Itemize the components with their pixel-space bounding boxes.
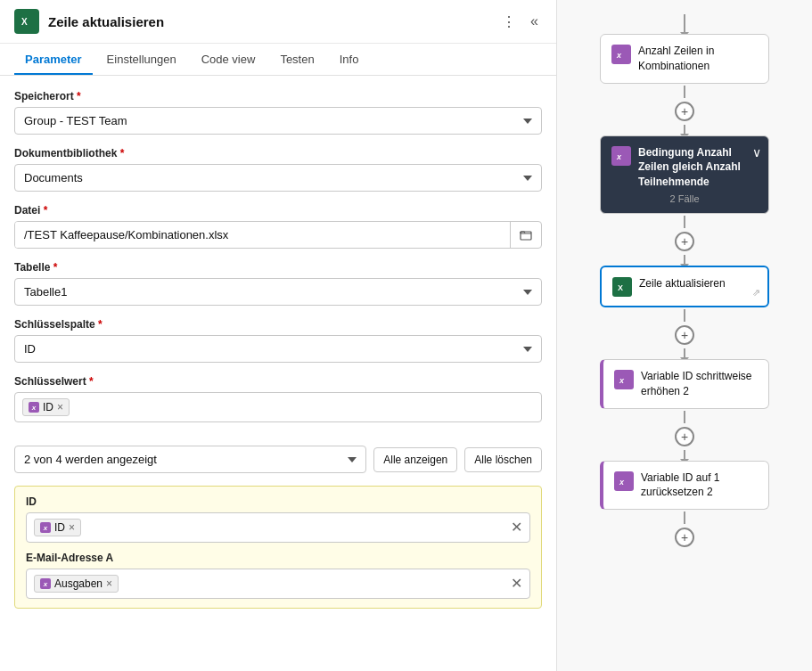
tabs-bar: Parameter Einstellungen Code view Testen… — [0, 44, 556, 76]
advanced-params-row: 2 von 4 werden angezeigt Alle anzeigen A… — [14, 446, 542, 473]
yellow-id-label: ID — [26, 495, 530, 508]
node-anzahl-zeilen-icon: x — [611, 45, 631, 64]
schlüsselspalte-label: Schlüsselspalte * — [14, 318, 542, 331]
alle-anzeigen-button[interactable]: Alle anzeigen — [373, 447, 457, 472]
connector-4 — [684, 411, 685, 423]
connector-2b — [684, 255, 685, 264]
yellow-id-clear-button[interactable]: ✕ — [511, 520, 522, 535]
tab-testen[interactable]: Testen — [269, 44, 324, 75]
header-actions: ⋮ « — [498, 12, 542, 32]
file-browse-button[interactable] — [510, 222, 541, 248]
node-bedingung-text: Bedingung Anzahl Zeilen gleich Anzahl Te… — [638, 145, 758, 190]
advanced-params-select[interactable]: 2 von 4 werden angezeigt — [14, 446, 366, 473]
schlüsselwert-label: Schlüsselwert * — [14, 375, 542, 388]
connector-3b — [684, 348, 685, 357]
node-bedingung-icon: x — [611, 146, 631, 166]
tab-codeview[interactable]: Code view — [191, 44, 267, 75]
node-bedingung-faelle: 2 Fälle — [611, 193, 758, 204]
form-content: Speicherort * Group - TEST Team Dokument… — [0, 76, 556, 671]
node-variable-zurueck[interactable]: x Variable ID auf 1 zurücksetzen 2 — [600, 461, 769, 511]
schlüsselwert-group: Schlüsselwert * x ID × — [14, 375, 542, 422]
add-btn-3[interactable]: + — [675, 325, 694, 345]
add-btn-2[interactable]: + — [675, 232, 694, 251]
svg-text:X: X — [21, 17, 28, 27]
tabelle-select[interactable]: Tabelle1 — [14, 278, 542, 306]
tab-einstellungen[interactable]: Einstellungen — [96, 44, 187, 75]
right-panel: x Anzahl Zeilen in Kombinationen + x Bed… — [557, 0, 812, 671]
schlüsselwert-tag-remove[interactable]: × — [57, 402, 63, 413]
node-zeile-icon: X — [612, 277, 632, 297]
datei-group: Datei * — [14, 204, 542, 249]
top-connector — [684, 14, 685, 32]
dokumentbibliothek-group: Dokumentbibliothek * Documents — [14, 147, 542, 192]
connector-4b — [684, 450, 685, 459]
tab-info[interactable]: Info — [329, 44, 370, 75]
yellow-id-tag: x ID × — [34, 519, 81, 536]
tabelle-group: Tabelle * Tabelle1 — [14, 261, 542, 306]
node-variable-zurueck-header: x Variable ID auf 1 zurücksetzen 2 — [614, 471, 758, 501]
svg-text:x: x — [616, 152, 622, 161]
left-panel: X Zeile aktualisieren ⋮ « Parameter Eins… — [0, 0, 557, 671]
yellow-id-tag-remove[interactable]: × — [69, 522, 75, 533]
yellow-email-tag-icon: x — [40, 578, 51, 589]
datei-input-wrapper — [14, 221, 542, 249]
yellow-id-field: ID x ID × ✕ — [26, 495, 530, 543]
schlüsselwert-tag: x ID × — [22, 398, 70, 416]
yellow-email-field: E-Mail-Adresse A x Ausgaben × ✕ — [26, 552, 530, 599]
alle-loeschen-button[interactable]: Alle löschen — [464, 447, 542, 472]
node-zeile-text: Zeile aktualisieren — [639, 276, 726, 291]
speicherort-label: Speicherort * — [14, 90, 542, 102]
node-bedingung-header: x Bedingung Anzahl Zeilen gleich Anzahl … — [611, 145, 758, 190]
node-bedingung-chevron[interactable]: ∨ — [752, 145, 761, 160]
datei-label: Datei * — [14, 204, 542, 217]
tag-variable-icon: x — [29, 402, 39, 413]
add-btn-4[interactable]: + — [675, 427, 694, 446]
node-zeile-link-icon: ⇗ — [752, 287, 760, 299]
tabelle-label: Tabelle * — [14, 261, 542, 274]
connector-2 — [684, 216, 685, 228]
yellow-id-tag-icon: x — [40, 522, 51, 533]
speicherort-select[interactable]: Group - TEST Team — [14, 107, 542, 135]
connector-5 — [684, 511, 685, 524]
svg-text:X: X — [618, 283, 623, 292]
connector-3 — [684, 309, 685, 322]
yellow-email-tag-input[interactable]: x Ausgaben × ✕ — [26, 569, 530, 599]
panel-title: Zeile aktualisieren — [48, 14, 489, 29]
speicherort-group: Speicherort * Group - TEST Team — [14, 90, 542, 135]
yellow-fields-section: ID x ID × ✕ E-Mail-Adresse A x Ausgaben — [14, 486, 542, 609]
flow-container: x Anzahl Zeilen in Kombinationen + x Bed… — [568, 14, 801, 551]
svg-text:x: x — [619, 478, 625, 487]
node-bedingung[interactable]: x Bedingung Anzahl Zeilen gleich Anzahl … — [600, 135, 769, 214]
datei-input[interactable] — [15, 222, 510, 248]
more-options-button[interactable]: ⋮ — [498, 12, 520, 32]
node-variable-erhoehen-text: Variable ID schrittweise erhöhen 2 — [641, 369, 758, 399]
yellow-email-tag-remove[interactable]: × — [106, 578, 112, 589]
yellow-email-clear-button[interactable]: ✕ — [511, 577, 522, 591]
node-anzahl-zeilen[interactable]: x Anzahl Zeilen in Kombinationen — [600, 34, 769, 84]
tab-parameter[interactable]: Parameter — [14, 44, 93, 75]
folder-icon — [520, 229, 532, 241]
node-anzahl-zeilen-text: Anzahl Zeilen in Kombinationen — [638, 44, 758, 74]
svg-rect-2 — [521, 232, 531, 240]
panel-header: X Zeile aktualisieren ⋮ « — [0, 0, 556, 44]
node-variable-erhoehen-header: x Variable ID schrittweise erhöhen 2 — [614, 369, 758, 399]
node-zeile-header: X Zeile aktualisieren — [612, 276, 757, 297]
add-btn-5[interactable]: + — [675, 528, 694, 547]
dokumentbibliothek-select[interactable]: Documents — [14, 164, 542, 192]
connector-1b — [684, 125, 685, 134]
node-variable-zurueck-text: Variable ID auf 1 zurücksetzen 2 — [641, 471, 758, 501]
yellow-id-tag-input[interactable]: x ID × ✕ — [26, 512, 530, 543]
spacer — [14, 435, 542, 446]
node-variable-zurueck-icon: x — [614, 471, 634, 491]
collapse-button[interactable]: « — [527, 12, 542, 31]
svg-text:x: x — [616, 51, 622, 60]
svg-text:x: x — [619, 376, 625, 385]
schlüsselwert-tag-input[interactable]: x ID × — [14, 392, 542, 422]
dokumentbibliothek-label: Dokumentbibliothek * — [14, 147, 542, 160]
node-variable-erhoehen[interactable]: x Variable ID schrittweise erhöhen 2 — [600, 359, 769, 409]
add-btn-1[interactable]: + — [675, 102, 694, 121]
schlüsselspalte-group: Schlüsselspalte * ID — [14, 318, 542, 363]
schlüsselspalte-select[interactable]: ID — [14, 335, 542, 363]
excel-icon: X — [14, 9, 39, 34]
node-zeile-aktualisieren[interactable]: X Zeile aktualisieren ⇗ — [600, 266, 769, 307]
